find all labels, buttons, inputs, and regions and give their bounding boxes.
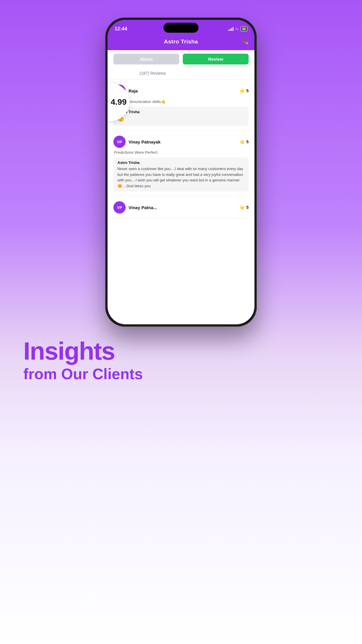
phone-screen: 12:44 ∿ 36 Astro Trisha 🪶 [108,20,254,324]
rating-section: ⭐ 4.99 (187) Reviews [108,68,254,80]
header-icon: 🪶 [241,38,249,45]
wifi-icon: ∿ [235,27,239,31]
phone-outer: 12:44 ∿ 36 Astro Trisha 🪶 [105,18,257,327]
reply-author-1: Astro Trisha [117,110,245,114]
review-item: R Raja ⭐ 5 Good communication skills🤙 As… [108,80,254,131]
reply-box-2: Astro Trisha Never seen a customer like … [113,158,249,192]
app-title: Astro Trisha [164,38,198,45]
review-header-2: VP Vinay Patnayak ⭐ 5 [113,136,249,148]
rating-stars-1: ⭐ 5 [239,88,249,94]
rating-stars-3: ⭐ 5 [239,205,249,210]
signal-bar-2 [230,29,231,31]
star-icon-2: ⭐ [239,139,245,145]
reviews-count-text: (187) Reviews [140,71,166,76]
status-time: 12:44 [115,26,127,32]
reviewer-name-3: Vinay Patna... [129,205,157,210]
reply-author-2: Astro Trisha [117,160,245,165]
reviews-list: R Raja ⭐ 5 Good communication skills🤙 As… [108,80,254,218]
signal-bar-3 [231,28,232,31]
rating-val-2: 5 [246,139,249,144]
dynamic-island [164,23,198,33]
review-header-3: VP Vinay Patna... ⭐ 5 [113,201,249,214]
app-header: Astro Trisha 🪶 [108,35,254,50]
reviewer-left-2: VP Vinay Patnayak [113,136,161,148]
review-header-1: R Raja ⭐ 5 [113,85,249,97]
reviewer-name-2: Vinay Patnayak [129,139,161,144]
bottom-section: Insights from Our Clients [0,338,362,383]
rating-val-1: 5 [246,88,249,93]
review-item-3: VP Vinay Patna... ⭐ 5 [108,197,254,218]
review-text-2: Predictions Were Perfect [113,150,249,155]
avatar-2: VP [113,136,126,148]
reply-text-2: Never seen a customer like you....I deal… [117,166,245,189]
phone-mockup: 12:44 ∿ 36 Astro Trisha 🪶 [105,18,257,327]
review-text-1: Good communication skills🤙 [113,99,249,104]
status-icons: ∿ 36 [228,26,247,32]
zoom-rating-number: 4.99 [111,97,127,107]
tab-bar: About Review [108,50,254,68]
tab-review[interactable]: Review [183,54,249,64]
rating-stars-2: ⭐ 5 [239,139,249,145]
signal-bar-4 [233,27,233,31]
battery-badge: 36 [240,26,247,32]
tab-about[interactable]: About [113,54,179,64]
reply-box-1: Astro Trisha 🙂 [113,107,249,126]
reply-text-1: 🙂 [117,115,245,123]
signal-bars-icon [228,27,233,31]
avatar-3: VP [113,201,126,214]
star-icon-3: ⭐ [239,205,245,210]
reviewer-name-1: Raja [129,88,138,93]
reviewer-left-3: VP Vinay Patna... [113,201,157,214]
insights-subtitle: from Our Clients [23,365,339,383]
star-icon-1: ⭐ [239,88,245,94]
zoom-star-icon: ⭐ [108,95,110,109]
review-item-2: VP Vinay Patnayak ⭐ 5 Predictions Were P… [108,131,254,197]
insights-title: Insights [23,338,339,363]
status-bar: 12:44 ∿ 36 [108,20,254,35]
rating-val-3: 5 [246,205,249,210]
signal-bar-1 [228,30,229,31]
